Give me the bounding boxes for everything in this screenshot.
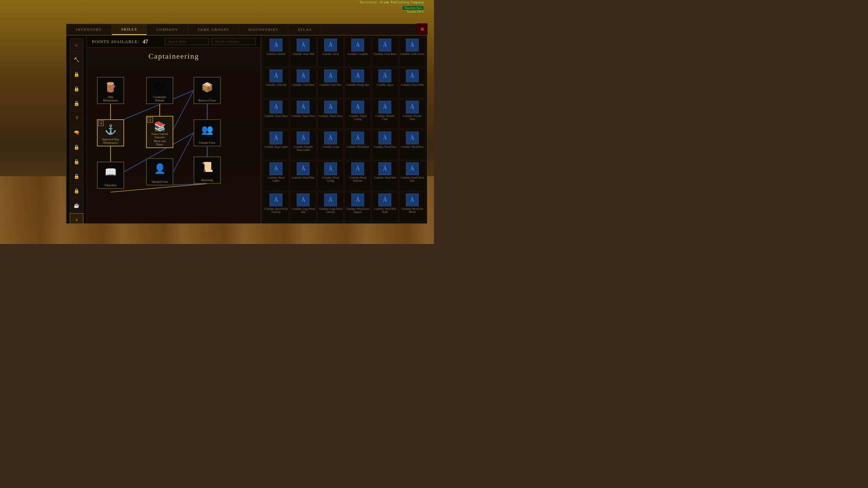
skill-talented-crew[interactable]: 1 👤 Talented Crew	[146, 158, 173, 185]
cheaper-crew-label: Cheaper Crew	[199, 141, 216, 144]
craftable-item-29[interactable]: ÂCraftable: Small Wood Gate	[399, 161, 426, 191]
craftable-item-28[interactable]: ÂCraftable: Wood Wall	[372, 161, 398, 191]
tab-discoveries[interactable]: DISCOVERIES	[239, 24, 288, 35]
craftable-item-13[interactable]: ÂCraftable: Thatch Floor	[290, 99, 316, 129]
tab-atlas[interactable]: ATLAS	[288, 24, 322, 35]
craftable-item-0[interactable]: ÂCraftable: Hatchet	[263, 37, 289, 67]
skill-rationing[interactable]: 📜 Rationing	[194, 157, 221, 184]
points-value: 47	[143, 39, 148, 45]
craftable-icon-15: Â	[351, 101, 364, 114]
sidebar-icon-4[interactable]: 🔒	[70, 82, 83, 96]
craftable-label-5: Craftable: Cloth Gloves	[400, 53, 425, 56]
craftable-item-16[interactable]: ÂCraftable: Wooden Chair	[372, 99, 398, 129]
sidebar-icon-5[interactable]: 🔒	[70, 97, 83, 110]
craftable-icon-28: Â	[378, 162, 391, 175]
craftable-item-7[interactable]: ÂCraftable: Cloth Pants	[290, 68, 316, 98]
craftable-item-21[interactable]: ÂCraftable: Wood Roof	[344, 130, 371, 160]
craftable-icon-23: Â	[406, 131, 419, 144]
craftables-panel: ÂCraftable: HatchetÂCraftable: Stone Pic…	[261, 36, 427, 223]
search-skills-input[interactable]	[165, 38, 209, 45]
craftable-icon-25: Â	[297, 162, 310, 175]
craftable-item-26[interactable]: ÂCraftable: Wood Ceiling	[317, 161, 344, 191]
lieutenant-podium-icon: 🛡	[150, 79, 169, 95]
craftable-item-35[interactable]: ÂCraftable: Wood Gun Mount	[399, 192, 426, 222]
craftable-item-19[interactable]: ÂCraftable: Portable Rope Ladder	[290, 130, 316, 160]
basics-of-crew-icon: 📦	[198, 79, 217, 95]
sidebar-icon-3[interactable]: 🔒	[70, 67, 83, 81]
craftable-item-34[interactable]: ÂCraftable: Wood Wall Hook	[372, 192, 398, 222]
rationing-icon: 📜	[198, 159, 217, 175]
craftable-icon-11: Â	[406, 69, 419, 82]
sidebar-icon-6[interactable]: 🗡	[70, 111, 83, 125]
skill-improved-ship[interactable]: 4 ⚓ Improved ShipMaintenance	[97, 119, 124, 146]
craftable-item-17[interactable]: ÂCraftable: Wooden Table	[399, 99, 426, 129]
craftable-item-11[interactable]: ÂCraftable: Thatch Wall	[399, 68, 426, 98]
sidebar-icon-12[interactable]: ☕	[70, 199, 83, 212]
craftable-label-19: Craftable: Portable Rope Ladder	[291, 145, 315, 151]
tab-company[interactable]: COMPANY	[147, 24, 188, 35]
sidebar-icon-1[interactable]: ⚔	[70, 38, 83, 52]
craftable-item-10[interactable]: ÂCraftable: Spear	[372, 68, 398, 98]
skill-lieutenant-podium[interactable]: 🛡 LieutenantPodium	[146, 77, 173, 104]
craftable-item-24[interactable]: ÂCraftable: Wood Ladder	[263, 161, 289, 191]
craftable-icon-6: Â	[270, 69, 282, 82]
skill-ship-maintenance[interactable]: 🪵 ShipMaintenance	[97, 77, 124, 104]
craftable-item-30[interactable]: ÂCraftable: Small Wood Gateway	[263, 192, 289, 222]
search-craftables-input[interactable]	[212, 38, 256, 45]
skill-cheaper-crew[interactable]: 👥 Cheaper Crew	[194, 119, 221, 146]
craftable-icon-34: Â	[378, 194, 391, 206]
craftable-label-23: Craftable: Wood Floor	[401, 145, 424, 148]
craftable-item-9[interactable]: ÂCraftable: Simple Bed	[344, 68, 371, 98]
craftable-label-28: Craftable: Wood Wall	[374, 176, 396, 179]
skill-basics-of-crew[interactable]: 📦 Basics of Crew	[194, 77, 221, 104]
sidebar-icon-13[interactable]: ✦	[70, 213, 83, 223]
sidebar-icon-9[interactable]: 🔒	[70, 155, 83, 168]
music-dance-label: Music &Dance UnlockUnlocks:Music andDanc…	[152, 129, 168, 146]
craftable-label-21: Craftable: Wood Roof	[347, 145, 369, 148]
sidebar-icon-8[interactable]: 🔒	[70, 140, 83, 154]
craftable-item-22[interactable]: ÂCraftable: Wood Door	[372, 130, 398, 160]
craftable-icon-18: Â	[270, 131, 282, 144]
sidebar-icon-7[interactable]: 🔫	[70, 126, 83, 139]
craftable-item-8[interactable]: ÂCraftable: Cloth Shirt	[317, 68, 344, 98]
craftable-item-31[interactable]: ÂCraftable: Large Wood Gate	[290, 192, 316, 222]
craftable-label-22: Craftable: Wood Door	[374, 145, 396, 148]
craftable-label-0: Craftable: Hatchet	[267, 53, 285, 56]
craftable-item-15[interactable]: ÂCraftable: Thatch Ceiling	[344, 99, 371, 129]
tab-skills[interactable]: SKILLS	[112, 24, 147, 35]
ship-maintenance-icon: 🪵	[101, 79, 120, 95]
skill-music-dance[interactable]: 2 📚 Music &Dance UnlockUnlocks:Music and…	[146, 116, 173, 148]
craftable-item-32[interactable]: ÂCraftable: Large Wood Gateway	[317, 192, 344, 222]
craftable-item-2[interactable]: ÂCraftable: Torch	[317, 37, 344, 67]
sidebar-icon-11[interactable]: 🔒	[70, 184, 83, 198]
sidebar-icon-2[interactable]: 🔨	[70, 53, 83, 66]
craftable-item-3[interactable]: ÂCraftable: Campfire	[344, 37, 371, 67]
craftable-item-20[interactable]: ÂCraftable: Loom	[317, 130, 344, 160]
craftable-item-4[interactable]: ÂCraftable: Cloth Boots	[372, 37, 398, 67]
craftable-icon-4: Â	[378, 39, 391, 52]
close-button[interactable]: ✕	[417, 23, 428, 35]
craftable-icon-16: Â	[378, 101, 391, 114]
craftable-item-27[interactable]: ÂCraftable: Wood Staircase	[344, 161, 371, 191]
skill-education[interactable]: 📖 Education	[97, 162, 124, 189]
craftable-item-23[interactable]: ÂCraftable: Wood Floor	[399, 130, 426, 160]
craftable-label-15: Craftable: Thatch Ceiling	[346, 115, 370, 121]
craftable-item-1[interactable]: ÂCraftable: Stone Pick	[290, 37, 316, 67]
craftable-item-14[interactable]: ÂCraftable: Thatch Door	[317, 99, 344, 129]
craftables-grid: ÂCraftable: HatchetÂCraftable: Stone Pic…	[261, 36, 427, 223]
craftable-item-25[interactable]: ÂCraftable: Wood Pillar	[290, 161, 316, 191]
craftable-item-5[interactable]: ÂCraftable: Cloth Gloves	[399, 37, 426, 67]
craftable-label-26: Craftable: Wood Ceiling	[318, 176, 343, 182]
tab-tame-groups[interactable]: TAME GROUPS	[188, 24, 239, 35]
sidebar-icon-10[interactable]: 🔒	[70, 169, 83, 183]
territory-info: Territory: Grimm Publishing Company Disc…	[359, 1, 424, 13]
craftable-icon-22: Â	[378, 131, 391, 144]
craftable-item-33[interactable]: ÂCraftable: Wood Fence Support	[344, 192, 371, 222]
craftable-item-6[interactable]: ÂCraftable: Cloth Hat	[263, 68, 289, 98]
craftable-label-1: Craftable: Stone Pick	[292, 53, 314, 56]
craftable-item-18[interactable]: ÂCraftable: Rope Ladder	[263, 130, 289, 160]
rationing-label: Rationing	[201, 178, 213, 182]
improved-ship-label: Improved ShipMaintenance	[102, 138, 119, 144]
tab-inventory[interactable]: INVENTORY	[66, 24, 112, 35]
craftable-item-12[interactable]: ÂCraftable: Thatch Roof	[263, 99, 289, 129]
